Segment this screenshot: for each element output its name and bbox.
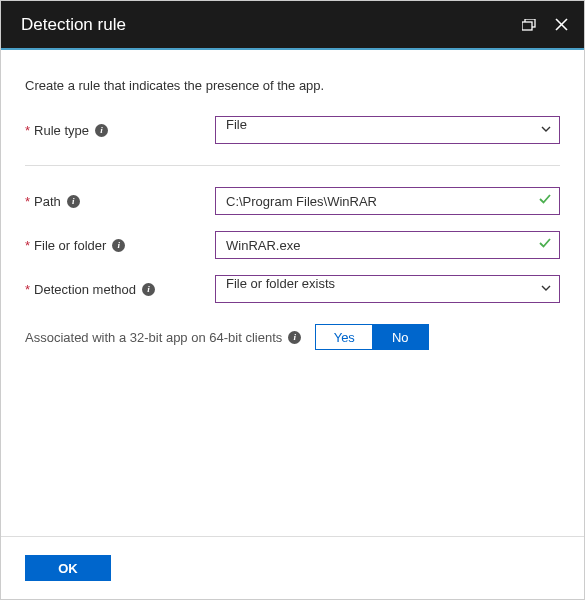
info-icon[interactable]: i (67, 195, 80, 208)
dialog-footer: OK (1, 536, 584, 599)
title-bar: Detection rule (1, 1, 584, 50)
file-or-folder-input[interactable] (215, 231, 560, 259)
required-indicator: * (25, 194, 30, 209)
divider (25, 165, 560, 166)
svg-rect-1 (522, 22, 532, 30)
restore-icon[interactable] (520, 16, 538, 34)
field-detection-method: File or folder exists (215, 275, 560, 303)
row-associated: Associated with a 32-bit app on 64-bit c… (25, 324, 560, 350)
field-file-or-folder (215, 231, 560, 259)
rule-type-value: File (226, 117, 247, 132)
row-file-or-folder: * File or folder i (25, 230, 560, 260)
field-path (215, 187, 560, 215)
detection-method-value: File or folder exists (226, 276, 335, 291)
info-icon[interactable]: i (142, 283, 155, 296)
field-rule-type: File (215, 116, 560, 144)
required-indicator: * (25, 123, 30, 138)
row-rule-type: * Rule type i File (25, 115, 560, 145)
associated-toggle: Yes No (315, 324, 429, 350)
close-icon[interactable] (552, 16, 570, 34)
window-controls (520, 16, 570, 34)
label-text: File or folder (34, 238, 106, 253)
dialog-subtitle: Create a rule that indicates the presenc… (25, 78, 560, 93)
label-rule-type: * Rule type i (25, 123, 215, 138)
dialog-frame: Detection rule Create a rule that indica… (0, 0, 585, 600)
path-input[interactable] (215, 187, 560, 215)
info-icon[interactable]: i (288, 331, 301, 344)
label-file-or-folder: * File or folder i (25, 238, 215, 253)
label-path: * Path i (25, 194, 215, 209)
associated-label: Associated with a 32-bit app on 64-bit c… (25, 330, 282, 345)
detection-method-select[interactable]: File or folder exists (215, 275, 560, 303)
ok-button[interactable]: OK (25, 555, 111, 581)
dialog-content: Create a rule that indicates the presenc… (1, 50, 584, 536)
toggle-no[interactable]: No (372, 325, 428, 349)
required-indicator: * (25, 282, 30, 297)
label-text: Detection method (34, 282, 136, 297)
required-indicator: * (25, 238, 30, 253)
rule-type-select[interactable]: File (215, 116, 560, 144)
info-icon[interactable]: i (95, 124, 108, 137)
info-icon[interactable]: i (112, 239, 125, 252)
toggle-yes[interactable]: Yes (316, 325, 372, 349)
label-detection-method: * Detection method i (25, 282, 215, 297)
label-text: Rule type (34, 123, 89, 138)
label-text: Path (34, 194, 61, 209)
row-path: * Path i (25, 186, 560, 216)
dialog-title: Detection rule (21, 15, 126, 35)
row-detection-method: * Detection method i File or folder exis… (25, 274, 560, 304)
